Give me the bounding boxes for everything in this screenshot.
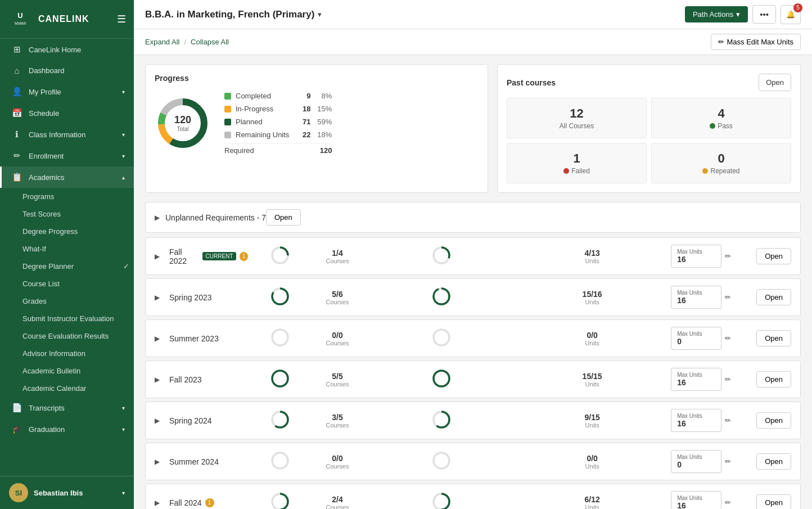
- semester-chevron-icon[interactable]: ▶: [155, 376, 163, 384]
- legend-num: 9: [294, 92, 310, 100]
- sidebar-item-academics[interactable]: 📋 Academics ▴: [0, 166, 134, 188]
- sidebar-item-test-scores[interactable]: Test Scores: [22, 205, 134, 223]
- legend-num: 71: [294, 118, 310, 126]
- chevron-up-icon: ▴: [122, 174, 125, 181]
- chevron-down-icon: ▾: [122, 490, 125, 496]
- sidebar-item-graduation[interactable]: 🎓 Graduation ▾: [0, 418, 134, 440]
- semester-row: ▶ Spring 2023 5/6 Courses 15/16: [145, 278, 801, 316]
- mass-edit-label: Mass Edit Max Units: [727, 38, 793, 46]
- semester-units-circle: [369, 410, 513, 431]
- courses-circle-icon: [270, 287, 290, 308]
- edit-max-units-icon[interactable]: ✏: [725, 293, 731, 301]
- sidebar-item-calendar[interactable]: Academic Calendar: [22, 380, 134, 397]
- sidebar-item-degree-planner[interactable]: Degree Planner ✓: [22, 258, 134, 275]
- failed-count: 1: [516, 151, 637, 166]
- unplanned-chevron-icon[interactable]: ▶: [155, 214, 160, 222]
- edit-max-units-icon[interactable]: ✏: [725, 252, 731, 260]
- semester-name: Fall 2023: [169, 375, 248, 384]
- courses-fraction: 0/0: [332, 331, 342, 340]
- notifications-button[interactable]: 🔔 5: [781, 5, 801, 24]
- semester-chevron-icon[interactable]: ▶: [155, 294, 163, 301]
- semester-open-button[interactable]: Open: [756, 371, 791, 388]
- sidebar-item-schedule[interactable]: 📅 Schedule: [0, 102, 134, 124]
- bell-icon: 🔔: [786, 10, 795, 19]
- repeated-dot: [702, 168, 708, 174]
- sidebar-item-transcripts[interactable]: 📄 Transcripts ▾: [0, 397, 134, 418]
- mass-edit-button[interactable]: ✏ Mass Edit Max Units: [711, 34, 801, 50]
- sidebar-item-course-list[interactable]: Course List: [22, 275, 134, 292]
- semester-chevron-icon[interactable]: ▶: [155, 458, 163, 466]
- profile-icon: 👤: [11, 87, 23, 97]
- edit-max-units-icon[interactable]: ✏: [725, 375, 731, 384]
- edit-max-units-icon[interactable]: ✏: [725, 334, 731, 343]
- past-courses-open-button[interactable]: Open: [759, 74, 791, 91]
- semester-courses-fraction: 3/5 Courses: [312, 413, 363, 429]
- pass-count: 4: [661, 106, 782, 121]
- semester-name: Spring 2024: [169, 416, 248, 425]
- path-actions-button[interactable]: Path Actions ▾: [685, 6, 748, 22]
- courses-fraction: 1/4: [332, 249, 342, 258]
- sidebar-item-what-if[interactable]: What-If: [22, 240, 134, 258]
- semester-row: ▶ Fall 2022CURRENT1 1/4 Courses 4/13: [145, 237, 801, 275]
- units-fraction: 0/0: [587, 331, 597, 340]
- sidebar-item-grades[interactable]: Grades: [22, 292, 134, 310]
- sidebar-item-enrollment[interactable]: ✏ Enrollment ▾: [0, 145, 134, 166]
- sidebar-item-my-profile[interactable]: 👤 My Profile ▾: [0, 81, 134, 102]
- more-options-button[interactable]: •••: [752, 5, 776, 24]
- semester-list: ▶ Fall 2022CURRENT1 1/4 Courses 4/13: [145, 237, 801, 509]
- sidebar-item-submit-eval[interactable]: Submit Instructor Evaluation: [22, 310, 134, 327]
- completed-dot: [224, 93, 231, 100]
- semester-max-units: Max Units 16 ✏: [671, 245, 750, 268]
- max-units-label: Max Units: [677, 372, 715, 378]
- semester-open-button[interactable]: Open: [756, 330, 791, 346]
- max-units-label: Max Units: [677, 495, 715, 501]
- past-courses-grid: 12 All Courses 4 Pass 1: [507, 98, 791, 183]
- collapse-all-link[interactable]: Collapse All: [191, 38, 229, 46]
- schedule-icon: 📅: [11, 108, 23, 118]
- sidebar-item-dashboard[interactable]: ⌂ Dashboard: [0, 60, 134, 81]
- title-chevron-icon[interactable]: ▾: [318, 11, 321, 19]
- unplanned-open-button[interactable]: Open: [266, 209, 301, 226]
- hamburger-icon[interactable]: ☰: [117, 13, 126, 25]
- semester-open-button[interactable]: Open: [756, 453, 791, 470]
- user-profile-footer[interactable]: SI Sebastian Ibis ▾: [0, 476, 134, 509]
- semester-courses: [255, 246, 305, 267]
- edit-max-units-icon[interactable]: ✏: [725, 457, 731, 466]
- max-units-label: Max Units: [677, 413, 715, 419]
- sidebar-item-bulletin[interactable]: Academic Bulletin: [22, 362, 134, 380]
- content-area: Progress: [134, 55, 812, 509]
- svg-text:U: U: [17, 11, 22, 20]
- sidebar-item-class-info[interactable]: ℹ Class Information ▾: [0, 124, 134, 145]
- semester-chevron-icon[interactable]: ▶: [155, 253, 163, 260]
- edit-max-units-icon[interactable]: ✏: [725, 498, 731, 507]
- edit-max-units-icon[interactable]: ✏: [725, 416, 731, 425]
- semester-max-units: Max Units 16 ✏: [671, 491, 750, 509]
- expand-all-link[interactable]: Expand All: [145, 38, 179, 46]
- semester-units-fraction: 9/15 Units: [520, 413, 664, 429]
- sidebar-item-course-eval[interactable]: Course Evaluation Results: [22, 327, 134, 345]
- sidebar-item-programs[interactable]: Programs: [22, 188, 134, 205]
- sidebar-item-degree-progress[interactable]: Degree Progress: [22, 223, 134, 240]
- chevron-down-icon: ▾: [122, 426, 125, 433]
- semester-open-button[interactable]: Open: [756, 289, 791, 305]
- max-units-box: Max Units 16: [671, 368, 721, 391]
- academics-icon: 📋: [11, 172, 23, 182]
- semester-open-button[interactable]: Open: [756, 248, 791, 264]
- semester-chevron-icon[interactable]: ▶: [155, 417, 163, 425]
- semester-units-fraction: 0/0 Units: [520, 454, 664, 470]
- pass-label: Pass: [661, 122, 782, 130]
- units-fraction: 9/15: [585, 413, 600, 422]
- semester-units-circle: [369, 492, 513, 509]
- courses-label: Courses: [326, 463, 349, 470]
- semester-chevron-icon[interactable]: ▶: [155, 335, 163, 343]
- courses-label: Courses: [326, 340, 349, 346]
- sidebar-item-advisor[interactable]: Advisor Information: [22, 345, 134, 362]
- max-units-value: 0: [677, 460, 715, 469]
- semester-open-button[interactable]: Open: [756, 412, 791, 429]
- semester-chevron-icon[interactable]: ▶: [155, 499, 163, 507]
- units-fraction: 0/0: [587, 454, 597, 463]
- semester-open-button[interactable]: Open: [756, 494, 791, 509]
- failed-label: Failed: [516, 167, 637, 175]
- sidebar-item-canelink-home[interactable]: ⊞ CaneLink Home: [0, 39, 134, 60]
- inprogress-dot: [224, 106, 231, 112]
